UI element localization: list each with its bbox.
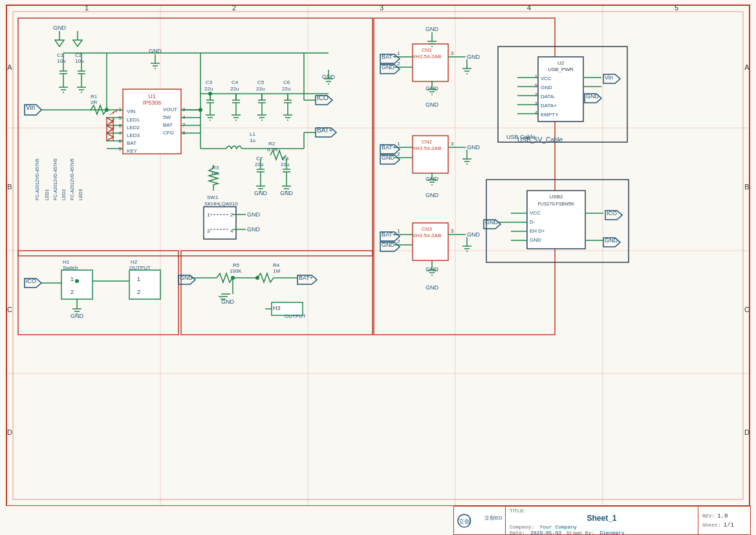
svg-text:1: 1 <box>207 212 210 218</box>
svg-text:2: 2 <box>397 61 400 67</box>
svg-text:2: 2 <box>397 151 400 157</box>
svg-text:CN3: CN3 <box>422 226 433 232</box>
drawn-label: Drawn By: <box>567 530 594 535</box>
svg-text:10u: 10u <box>75 58 83 64</box>
svg-text:1: 1 <box>70 276 74 282</box>
svg-text:CN1: CN1 <box>422 47 433 53</box>
svg-text:EH D+: EH D+ <box>530 228 545 234</box>
svg-text:R1: R1 <box>91 94 98 100</box>
svg-text:VIN: VIN <box>127 109 136 114</box>
svg-text:2: 2 <box>70 289 74 295</box>
svg-text:LED3: LED3 <box>78 189 83 200</box>
svg-text:FUS270-FSBW5K: FUS270-FSBW5K <box>538 202 575 206</box>
svg-text:USB2: USB2 <box>550 194 563 200</box>
svg-text:1: 1 <box>535 74 537 79</box>
svg-text:DATA-: DATA- <box>541 94 556 100</box>
svg-text:OUTPUT: OUTPUT <box>285 313 306 319</box>
svg-text:XH2.54-2AB: XH2.54-2AB <box>413 145 441 151</box>
svg-text:EMPTY: EMPTY <box>541 112 559 118</box>
svg-rect-0 <box>0 0 756 506</box>
svg-text:C1: C1 <box>57 52 64 58</box>
svg-text:LED1: LED1 <box>45 189 49 200</box>
svg-text:LED1: LED1 <box>127 117 140 123</box>
schematic-area: 1 2 3 4 5 1 2 3 4 5 A B C D A B C D <box>0 0 756 535</box>
svg-text:USB_PWR: USB_PWR <box>548 67 574 72</box>
svg-text:1: 1 <box>137 276 140 282</box>
svg-text:FC-A2012VD-457H5: FC-A2012VD-457H5 <box>70 158 74 200</box>
svg-text:GND: GND <box>247 211 261 218</box>
svg-text:SW1: SW1 <box>207 194 219 200</box>
svg-text:GND: GND <box>467 231 481 238</box>
company-label: Company: <box>510 524 534 530</box>
svg-text:XH2.54-2AB: XH2.54-2AB <box>413 54 441 59</box>
svg-text:立创EDA: 立创EDA <box>484 515 502 521</box>
svg-text:LED2: LED2 <box>61 189 66 200</box>
sheet-num: 1/1 <box>724 522 734 529</box>
svg-text:100K: 100K <box>230 268 242 274</box>
svg-text:Vin: Vin <box>605 74 613 81</box>
svg-text:D-: D- <box>530 219 535 225</box>
sheet-label: Sheet: <box>702 522 721 529</box>
svg-text:A: A <box>7 63 12 71</box>
svg-text:22u: 22u <box>256 86 265 92</box>
svg-text:C5: C5 <box>257 79 265 85</box>
svg-point-379 <box>255 276 259 280</box>
svg-text:3: 3 <box>451 50 454 56</box>
svg-text:10u: 10u <box>57 58 65 64</box>
svg-text:LED2: LED2 <box>127 125 140 131</box>
svg-text:LED3: LED3 <box>127 132 140 138</box>
svg-text:A: A <box>744 63 750 71</box>
svg-text:4: 4 <box>527 4 531 12</box>
svg-text:1: 1 <box>397 141 400 147</box>
schematic-svg: 1 2 3 4 5 1 2 3 4 5 A B C D A B C D <box>0 0 756 506</box>
svg-text:U2: U2 <box>557 60 565 66</box>
svg-rect-349 <box>129 270 160 299</box>
svg-text:GND: GND <box>254 190 268 196</box>
svg-text:GND: GND <box>426 101 439 108</box>
svg-text:R5: R5 <box>233 262 240 268</box>
svg-text:C8: C8 <box>282 156 289 162</box>
svg-text:D: D <box>7 428 12 436</box>
svg-text:R2: R2 <box>268 141 275 147</box>
company-value: Your Company <box>539 524 577 530</box>
rev-label: REV: <box>702 513 715 519</box>
svg-text:3: 3 <box>535 101 537 106</box>
svg-text:Switch: Switch <box>63 265 78 271</box>
svg-text:IP5306: IP5306 <box>143 100 162 106</box>
svg-text:VCC: VCC <box>541 76 552 81</box>
svg-text:GND: GND <box>541 85 552 90</box>
svg-text:GND: GND <box>426 26 439 32</box>
svg-text:U1: U1 <box>148 93 156 100</box>
svg-text:GND: GND <box>467 54 481 60</box>
svg-text:GND: GND <box>53 25 67 31</box>
date-value: 2020-05-03 <box>530 530 561 535</box>
svg-text:5: 5 <box>535 83 537 88</box>
svg-text:22u: 22u <box>255 162 263 167</box>
svg-text:BAT: BAT <box>127 140 136 146</box>
svg-text:3: 3 <box>380 4 383 12</box>
svg-text:22u: 22u <box>282 86 290 92</box>
svg-text:R4: R4 <box>273 262 280 268</box>
date-label: Date: <box>510 530 525 535</box>
svg-text:GND: GND <box>426 284 439 291</box>
svg-text:L1: L1 <box>250 131 255 137</box>
svg-text:立创: 立创 <box>459 518 470 524</box>
svg-text:2: 2 <box>232 4 236 12</box>
svg-text:4: 4 <box>535 110 537 115</box>
rev-section: REV: 1.0 Sheet: 1/1 <box>698 507 750 534</box>
svg-text:FC-A2012VD-457H5: FC-A2012VD-457H5 <box>35 158 39 200</box>
svg-text:2: 2 <box>137 289 140 295</box>
svg-text:3: 3 <box>451 141 454 147</box>
svg-text:GND: GND <box>530 237 541 243</box>
svg-text:D: D <box>744 428 750 436</box>
svg-text:CFG: CFG <box>163 130 174 136</box>
svg-text:2: 2 <box>535 92 537 97</box>
svg-text:DATA+: DATA+ <box>541 103 557 109</box>
svg-text:H1: H1 <box>63 259 70 265</box>
title-block: 立创 立创EDA TITLE: Sheet_1 Company: Your Co… <box>453 506 751 535</box>
svg-text:C: C <box>744 306 750 313</box>
svg-text:C6: C6 <box>283 79 290 85</box>
svg-text:OUTPUT: OUTPUT <box>129 265 151 271</box>
svg-text:KEY: KEY <box>127 148 138 154</box>
svg-text:C3: C3 <box>206 79 213 85</box>
